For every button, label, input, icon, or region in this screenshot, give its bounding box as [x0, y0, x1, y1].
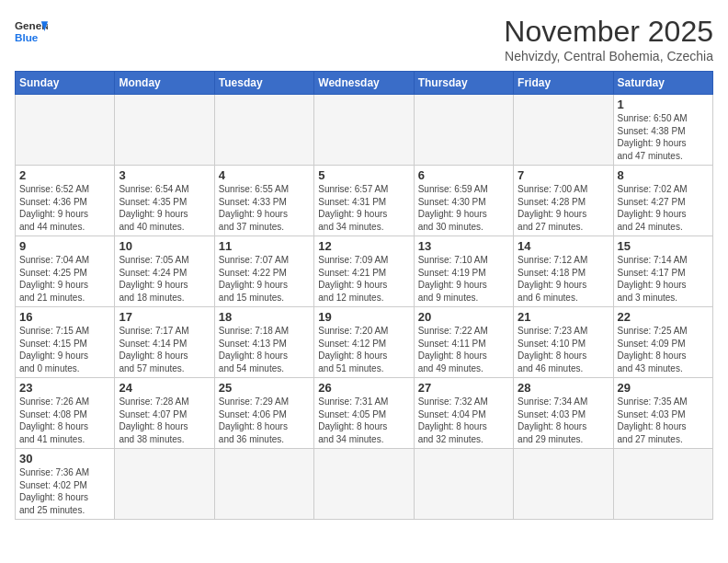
day-number: 24: [119, 381, 210, 395]
calendar-week-row: 16Sunrise: 7:15 AM Sunset: 4:15 PM Dayli…: [16, 307, 713, 378]
day-info: Sunrise: 7:18 AM Sunset: 4:13 PM Dayligh…: [219, 325, 310, 374]
calendar-table: SundayMondayTuesdayWednesdayThursdayFrid…: [15, 71, 713, 520]
day-number: 5: [318, 168, 409, 182]
day-info: Sunrise: 7:14 AM Sunset: 4:17 PM Dayligh…: [618, 254, 709, 304]
day-number: 2: [19, 168, 110, 182]
calendar-week-row: 9Sunrise: 7:04 AM Sunset: 4:25 PM Daylig…: [16, 236, 713, 307]
day-number: 16: [19, 310, 110, 324]
day-number: 28: [518, 381, 609, 395]
calendar-cell: [214, 95, 313, 166]
day-number: 15: [618, 239, 709, 253]
day-info: Sunrise: 7:05 AM Sunset: 4:24 PM Dayligh…: [119, 254, 210, 304]
calendar-cell: [16, 95, 115, 166]
day-number: 21: [518, 310, 609, 324]
calendar-cell: 14Sunrise: 7:12 AM Sunset: 4:18 PM Dayli…: [514, 236, 613, 307]
calendar-cell: 26Sunrise: 7:31 AM Sunset: 4:05 PM Dayli…: [314, 378, 414, 449]
calendar-cell: 10Sunrise: 7:05 AM Sunset: 4:24 PM Dayli…: [115, 236, 214, 307]
calendar-cell: 18Sunrise: 7:18 AM Sunset: 4:13 PM Dayli…: [214, 307, 313, 378]
day-number: 6: [418, 168, 509, 182]
day-info: Sunrise: 7:31 AM Sunset: 4:05 PM Dayligh…: [318, 396, 409, 445]
svg-text:Blue: Blue: [15, 31, 39, 43]
day-info: Sunrise: 7:20 AM Sunset: 4:12 PM Dayligh…: [318, 325, 409, 374]
day-number: 4: [219, 168, 310, 182]
day-info: Sunrise: 7:25 AM Sunset: 4:09 PM Dayligh…: [618, 325, 709, 374]
calendar-cell: 28Sunrise: 7:34 AM Sunset: 4:03 PM Dayli…: [514, 378, 613, 449]
page-header: General Blue November 2025 Nehvizdy, Cen…: [15, 15, 713, 63]
calendar-cell: 20Sunrise: 7:22 AM Sunset: 4:11 PM Dayli…: [414, 307, 513, 378]
calendar-cell: 4Sunrise: 6:55 AM Sunset: 4:33 PM Daylig…: [214, 166, 313, 236]
calendar-subtitle: Nehvizdy, Central Bohemia, Czechia: [504, 49, 713, 63]
calendar-cell: [115, 95, 214, 166]
day-number: 20: [418, 310, 509, 324]
day-info: Sunrise: 7:22 AM Sunset: 4:11 PM Dayligh…: [418, 325, 509, 374]
day-info: Sunrise: 7:36 AM Sunset: 4:02 PM Dayligh…: [19, 466, 110, 516]
logo: General Blue: [15, 15, 48, 48]
day-info: Sunrise: 7:02 AM Sunset: 4:27 PM Dayligh…: [618, 183, 709, 233]
calendar-title: November 2025: [504, 15, 713, 49]
day-number: 25: [219, 381, 310, 395]
day-number: 11: [219, 239, 310, 253]
calendar-cell: 7Sunrise: 7:00 AM Sunset: 4:28 PM Daylig…: [514, 166, 613, 236]
day-info: Sunrise: 7:00 AM Sunset: 4:28 PM Dayligh…: [518, 183, 609, 233]
day-info: Sunrise: 6:50 AM Sunset: 4:38 PM Dayligh…: [618, 112, 709, 162]
col-header-wednesday: Wednesday: [314, 72, 414, 95]
day-number: 30: [19, 452, 110, 465]
calendar-cell: [514, 95, 613, 166]
day-number: 1: [618, 98, 709, 111]
day-info: Sunrise: 7:29 AM Sunset: 4:06 PM Dayligh…: [219, 396, 310, 445]
day-number: 27: [418, 381, 509, 395]
day-info: Sunrise: 7:15 AM Sunset: 4:15 PM Dayligh…: [19, 325, 110, 374]
calendar-cell: 5Sunrise: 6:57 AM Sunset: 4:31 PM Daylig…: [314, 166, 414, 236]
col-header-saturday: Saturday: [613, 72, 712, 95]
calendar-cell: 1Sunrise: 6:50 AM Sunset: 4:38 PM Daylig…: [613, 95, 712, 166]
calendar-cell: 16Sunrise: 7:15 AM Sunset: 4:15 PM Dayli…: [16, 307, 115, 378]
day-number: 18: [219, 310, 310, 324]
day-number: 9: [19, 239, 110, 253]
calendar-week-row: 2Sunrise: 6:52 AM Sunset: 4:36 PM Daylig…: [16, 166, 713, 236]
calendar-cell: 19Sunrise: 7:20 AM Sunset: 4:12 PM Dayli…: [314, 307, 414, 378]
day-number: 10: [119, 239, 210, 253]
calendar-week-row: 30Sunrise: 7:36 AM Sunset: 4:02 PM Dayli…: [16, 449, 713, 520]
day-info: Sunrise: 7:12 AM Sunset: 4:18 PM Dayligh…: [518, 254, 609, 304]
day-info: Sunrise: 7:28 AM Sunset: 4:07 PM Dayligh…: [119, 396, 210, 445]
day-info: Sunrise: 7:10 AM Sunset: 4:19 PM Dayligh…: [418, 254, 509, 304]
day-info: Sunrise: 7:09 AM Sunset: 4:21 PM Dayligh…: [318, 254, 409, 304]
col-header-sunday: Sunday: [16, 72, 115, 95]
calendar-cell: [314, 95, 414, 166]
calendar-header-row: SundayMondayTuesdayWednesdayThursdayFrid…: [16, 72, 713, 95]
calendar-cell: 17Sunrise: 7:17 AM Sunset: 4:14 PM Dayli…: [115, 307, 214, 378]
calendar-cell: 23Sunrise: 7:26 AM Sunset: 4:08 PM Dayli…: [16, 378, 115, 449]
day-number: 14: [518, 239, 609, 253]
day-number: 7: [518, 168, 609, 182]
calendar-week-row: 1Sunrise: 6:50 AM Sunset: 4:38 PM Daylig…: [16, 95, 713, 166]
calendar-cell: 29Sunrise: 7:35 AM Sunset: 4:03 PM Dayli…: [613, 378, 712, 449]
calendar-cell: 9Sunrise: 7:04 AM Sunset: 4:25 PM Daylig…: [16, 236, 115, 307]
calendar-cell: 22Sunrise: 7:25 AM Sunset: 4:09 PM Dayli…: [613, 307, 712, 378]
calendar-cell: 11Sunrise: 7:07 AM Sunset: 4:22 PM Dayli…: [214, 236, 313, 307]
col-header-monday: Monday: [115, 72, 214, 95]
col-header-friday: Friday: [514, 72, 613, 95]
day-number: 12: [318, 239, 409, 253]
title-block: November 2025 Nehvizdy, Central Bohemia,…: [504, 15, 713, 63]
col-header-thursday: Thursday: [414, 72, 513, 95]
calendar-week-row: 23Sunrise: 7:26 AM Sunset: 4:08 PM Dayli…: [16, 378, 713, 449]
calendar-cell: 21Sunrise: 7:23 AM Sunset: 4:10 PM Dayli…: [514, 307, 613, 378]
day-info: Sunrise: 6:59 AM Sunset: 4:30 PM Dayligh…: [418, 183, 509, 233]
day-number: 29: [618, 381, 709, 395]
day-info: Sunrise: 7:17 AM Sunset: 4:14 PM Dayligh…: [119, 325, 210, 374]
day-number: 8: [618, 168, 709, 182]
calendar-cell: 25Sunrise: 7:29 AM Sunset: 4:06 PM Dayli…: [214, 378, 313, 449]
calendar-cell: [414, 449, 513, 520]
col-header-tuesday: Tuesday: [214, 72, 313, 95]
calendar-cell: [613, 449, 712, 520]
calendar-cell: 13Sunrise: 7:10 AM Sunset: 4:19 PM Dayli…: [414, 236, 513, 307]
calendar-cell: 15Sunrise: 7:14 AM Sunset: 4:17 PM Dayli…: [613, 236, 712, 307]
calendar-cell: [214, 449, 313, 520]
calendar-cell: 3Sunrise: 6:54 AM Sunset: 4:35 PM Daylig…: [115, 166, 214, 236]
day-number: 26: [318, 381, 409, 395]
day-number: 22: [618, 310, 709, 324]
day-info: Sunrise: 7:32 AM Sunset: 4:04 PM Dayligh…: [418, 396, 509, 445]
day-info: Sunrise: 6:54 AM Sunset: 4:35 PM Dayligh…: [119, 183, 210, 233]
calendar-cell: 8Sunrise: 7:02 AM Sunset: 4:27 PM Daylig…: [613, 166, 712, 236]
day-number: 3: [119, 168, 210, 182]
